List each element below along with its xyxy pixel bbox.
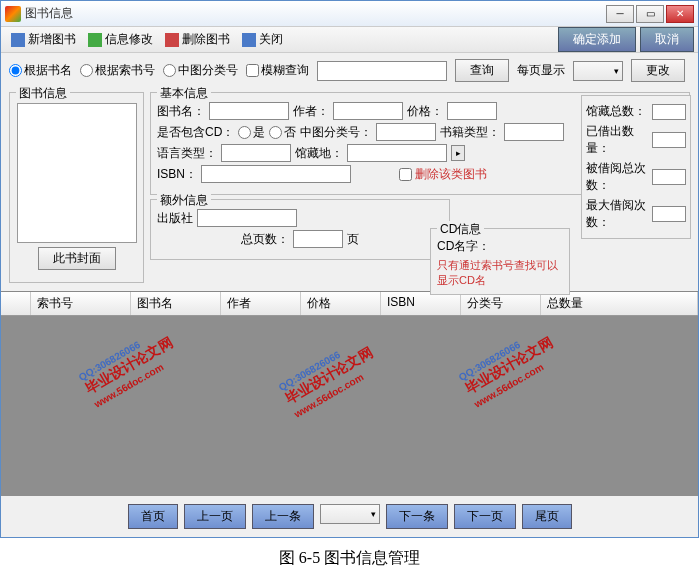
toolbar-add-book[interactable]: 新增图书 [5,29,82,50]
next-page-button[interactable]: 下一页 [454,504,516,529]
total-copies-input[interactable] [652,104,686,120]
basic-fieldset: 基本信息 图书名： 作者： 价格： 是否包含CD： 是 否 中图分类号： 书籍类… [150,92,690,195]
col-total[interactable]: 总数量 [541,292,698,315]
isbn-input[interactable] [201,165,351,183]
last-page-button[interactable]: 尾页 [522,504,572,529]
bookname-input[interactable] [209,102,289,120]
prev-page-button[interactable]: 上一页 [184,504,246,529]
confirm-add-button[interactable]: 确定添加 [558,27,636,52]
delete-book-check[interactable]: 删除该类图书 [399,166,487,183]
borrow-total-input[interactable] [652,169,686,185]
first-page-button[interactable]: 首页 [128,504,178,529]
col-selector[interactable] [1,292,31,315]
basic-legend: 基本信息 [157,85,211,102]
cover-button[interactable]: 此书封面 [38,247,116,270]
cancel-button[interactable]: 取消 [640,27,694,52]
max-borrow-input[interactable] [652,206,686,222]
booktype-input[interactable] [504,123,564,141]
price-input[interactable] [447,102,497,120]
toolbar-close[interactable]: 关闭 [236,29,289,50]
close-button[interactable]: ✕ [666,5,694,23]
col-isbn[interactable]: ISBN [381,292,461,315]
per-page-label: 每页显示 [517,62,565,79]
col-bookname[interactable]: 图书名 [131,292,221,315]
change-button[interactable]: 更改 [631,59,685,82]
grid-body[interactable]: QQ:306826066 毕业设计论文网 www.56doc.com QQ:30… [1,316,698,496]
per-page-combo[interactable] [573,61,623,81]
app-window: 图书信息 ─ ▭ ✕ 新增图书 信息修改 删除图书 关闭 确定添加 取消 根据书… [0,0,699,538]
col-index[interactable]: 索书号 [31,292,131,315]
add-icon [11,33,25,47]
prev-item-button[interactable]: 上一条 [252,504,314,529]
search-input[interactable] [317,61,447,81]
location-next-btn[interactable]: ▸ [451,145,465,161]
extra-fieldset: 额外信息 出版社 总页数： 页 [150,199,450,260]
window-title: 图书信息 [25,5,73,22]
cd-no[interactable]: 否 [269,124,296,141]
edit-icon [88,33,102,47]
borrowed-input[interactable] [652,132,686,148]
cd-fieldset: CD信息 CD名字： 只有通过索书号查找可以显示CD名 [430,228,570,295]
query-button[interactable]: 查询 [455,59,509,82]
publisher-input[interactable] [197,209,297,227]
col-price[interactable]: 价格 [301,292,381,315]
figure-caption: 图 6-5 图书信息管理 [0,538,699,579]
cd-hint: 只有通过索书号查找可以显示CD名 [437,258,563,288]
class-input[interactable] [376,123,436,141]
maximize-button[interactable]: ▭ [636,5,664,23]
cd-yes[interactable]: 是 [238,124,265,141]
lang-input[interactable] [221,144,291,162]
toolbar: 新增图书 信息修改 删除图书 关闭 确定添加 取消 [1,27,698,53]
app-icon [5,6,21,22]
col-author[interactable]: 作者 [221,292,301,315]
radio-by-index[interactable]: 根据索书号 [80,62,155,79]
toolbar-delete-book[interactable]: 删除图书 [159,29,236,50]
minimize-button[interactable]: ─ [606,5,634,23]
page-combo[interactable] [320,504,380,524]
location-input[interactable] [347,144,447,162]
radio-by-class[interactable]: 中图分类号 [163,62,238,79]
extra-legend: 额外信息 [157,192,211,209]
close-icon [242,33,256,47]
stats-box: 馆藏总数： 已借出数量： 被借阅总次数： 最大借阅次数： [581,95,691,239]
pager: 首页 上一页 上一条 下一条 下一页 尾页 [1,496,698,537]
data-grid: 索书号 图书名 作者 价格 ISBN 分类号 总数量 QQ:306826066 … [1,291,698,496]
pages-input[interactable] [293,230,343,248]
next-item-button[interactable]: 下一条 [386,504,448,529]
cover-legend: 图书信息 [16,85,70,102]
delete-icon [165,33,179,47]
cd-legend: CD信息 [437,221,484,238]
grid-header: 索书号 图书名 作者 价格 ISBN 分类号 总数量 [1,292,698,316]
radio-by-bookname[interactable]: 根据书名 [9,62,72,79]
check-fuzzy[interactable]: 模糊查询 [246,62,309,79]
cover-fieldset: 图书信息 此书封面 [9,92,144,283]
book-cover-image [17,103,137,243]
toolbar-edit-info[interactable]: 信息修改 [82,29,159,50]
search-row: 根据书名 根据索书号 中图分类号 模糊查询 查询 每页显示 更改 [1,53,698,88]
titlebar: 图书信息 ─ ▭ ✕ [1,1,698,27]
author-input[interactable] [333,102,403,120]
col-class[interactable]: 分类号 [461,292,541,315]
